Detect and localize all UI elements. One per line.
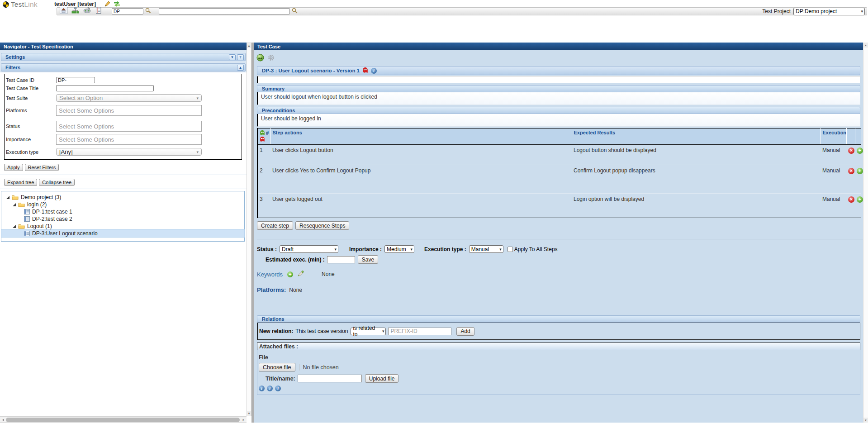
scroll-left-icon[interactable]: ◄ (0, 417, 5, 422)
scroll-down-icon[interactable]: ▼ (863, 418, 868, 423)
attached-files-box: File Choose file No file chosen Title/na… (257, 350, 860, 395)
step-expected[interactable]: Confirm Logout popup disappears (572, 165, 821, 194)
filters-collapse-icon[interactable]: ▲ (237, 65, 244, 71)
edit-keyword-icon[interactable] (297, 270, 304, 279)
upload-file-button[interactable]: Upload file (365, 374, 399, 383)
save-button[interactable]: Save (358, 255, 378, 264)
scroll-right-icon[interactable]: ► (241, 417, 246, 422)
step-action[interactable]: User gets logged out (270, 194, 572, 218)
navigator-vertical-scrollbar[interactable]: ▲ ▼ (247, 43, 251, 416)
resequence-steps-button[interactable]: Resequence Steps (295, 221, 349, 230)
add-step-icon[interactable] (857, 148, 863, 154)
settings-section-bar[interactable]: Settings ▼ ? (1, 53, 246, 61)
preconditions-text: User should be logged in (257, 114, 860, 127)
test-project-select[interactable]: DP:Demo project ▾ (793, 8, 865, 15)
search-icon[interactable] (292, 7, 298, 15)
delete-step-icon[interactable] (848, 168, 854, 174)
testcase-id-search-input[interactable] (112, 8, 143, 14)
ghost-red-icon[interactable] (260, 138, 265, 143)
tree-node-label: login (2) (27, 201, 47, 208)
info-icon[interactable] (267, 385, 273, 391)
add-step-icon[interactable] (857, 168, 863, 174)
chevron-down-icon: ▾ (499, 247, 502, 252)
summary-section-bar: Summary (257, 85, 860, 92)
help-icon[interactable]: ? (237, 54, 244, 60)
attachment-title-input[interactable] (298, 375, 362, 382)
tree-node-suite[interactable]: login (2) (1, 201, 244, 208)
step-row: 1 User clicks Logout button Logout butto… (257, 145, 861, 165)
tree-node-testcase-selected[interactable]: DP-3:User Logout scenario (1, 230, 244, 237)
expand-tree-button[interactable]: Expand tree (4, 179, 37, 186)
gear-icon[interactable] (267, 54, 275, 63)
add-step-icon[interactable] (857, 196, 863, 203)
step-number: 1 (257, 145, 270, 165)
step-action[interactable]: User clicks Yes to Confirm Logout Popup (270, 165, 572, 194)
status-select[interactable]: Draft ▾ (280, 245, 338, 253)
apply-all-steps-checkbox[interactable] (508, 247, 513, 252)
scroll-up-icon[interactable]: ▲ (863, 43, 868, 48)
tree-node-project[interactable]: Demo project (3) (1, 194, 244, 201)
step-row: 2 User clicks Yes to Confirm Logout Popu… (257, 165, 861, 194)
platforms-multiselect[interactable]: Select Some Options (56, 105, 202, 116)
scroll-down-icon[interactable]: ▼ (247, 411, 251, 416)
execution-type-select[interactable]: [Any] ▾ (56, 148, 202, 156)
testlink-app: TestLink testUser [tester] (0, 0, 868, 433)
step-delete-cell (846, 194, 855, 218)
create-step-button[interactable]: Create step (257, 221, 293, 230)
testcase-title-filter-label: Test Case Title (6, 86, 56, 91)
tree-node-testcase[interactable]: DP-2:test case 2 (1, 215, 244, 223)
tree-node-label: Logout (1) (27, 223, 52, 229)
settings-collapse-icon[interactable]: ▼ (229, 54, 236, 60)
chevron-down-icon: ▾ (382, 329, 384, 333)
test-suite-select[interactable]: Select an Option ▾ (56, 94, 202, 102)
info-icon[interactable] (259, 385, 265, 391)
testcase-edit-strip[interactable] (257, 76, 860, 83)
estimated-exec-input[interactable] (327, 256, 355, 263)
navigator-horizontal-scrollbar[interactable]: ◄ ► (0, 416, 247, 423)
no-file-chosen-text: No file chosen (299, 364, 339, 371)
keywords-value: None (322, 271, 335, 277)
tree-node-testcase[interactable]: DP-1:test case 1 (1, 208, 244, 215)
status-multiselect[interactable]: Select Some Options (56, 121, 202, 132)
home-icon[interactable] (60, 7, 67, 16)
testlink-logo-icon (3, 1, 9, 8)
tree-node-suite[interactable]: Logout (1) (1, 223, 244, 230)
filters-section-bar[interactable]: Filters ▲ (1, 63, 246, 71)
testcase-vertical-scrollbar[interactable]: ▲ ▼ (863, 43, 868, 423)
info-icon[interactable] (275, 385, 281, 391)
step-expected[interactable]: Login option will be displayed (572, 194, 821, 218)
step-action[interactable]: User clicks Logout button (270, 145, 572, 165)
sitemap-icon[interactable] (71, 7, 79, 16)
importance-select[interactable]: Medium ▾ (384, 245, 414, 253)
ghost-green-icon[interactable] (260, 130, 265, 136)
importance-multiselect[interactable]: Select Some Options (56, 134, 202, 145)
delete-step-icon[interactable] (848, 148, 854, 154)
tree-expander-icon[interactable] (12, 224, 16, 228)
execution-type-select[interactable]: Manual ▾ (469, 245, 503, 253)
tree-expander-icon[interactable] (6, 195, 10, 200)
testcase-icon (24, 209, 30, 214)
keywords-label[interactable]: Keywords (257, 271, 283, 278)
ghost-red-icon[interactable] (362, 67, 368, 74)
report-icon[interactable] (95, 7, 102, 16)
relation-type-select[interactable]: is related to ▾ (351, 328, 386, 335)
reset-filters-button[interactable]: Reset Filters (25, 164, 59, 171)
testcase-id-filter-input[interactable] (56, 77, 95, 83)
info-icon[interactable] (371, 68, 377, 74)
delete-step-icon[interactable] (848, 196, 854, 203)
tree-expander-icon[interactable] (12, 203, 16, 207)
scrollbar-thumb[interactable] (6, 418, 240, 422)
global-search-input[interactable] (159, 8, 290, 14)
testcase-title-filter-input[interactable] (56, 85, 154, 91)
step-expected[interactable]: Logout button should be displayed (572, 145, 821, 165)
add-keyword-icon[interactable] (287, 271, 293, 277)
choose-file-button[interactable]: Choose file (259, 363, 295, 371)
apply-button[interactable]: Apply (4, 164, 23, 171)
relation-id-input[interactable] (388, 328, 451, 335)
add-relation-button[interactable]: Add (456, 327, 474, 336)
search-icon[interactable] (145, 7, 151, 15)
globe-icon[interactable] (256, 54, 264, 63)
collapse-tree-button[interactable]: Collapse tree (39, 179, 75, 186)
scroll-up-icon[interactable]: ▲ (247, 43, 251, 48)
tools-icon[interactable] (83, 7, 91, 16)
